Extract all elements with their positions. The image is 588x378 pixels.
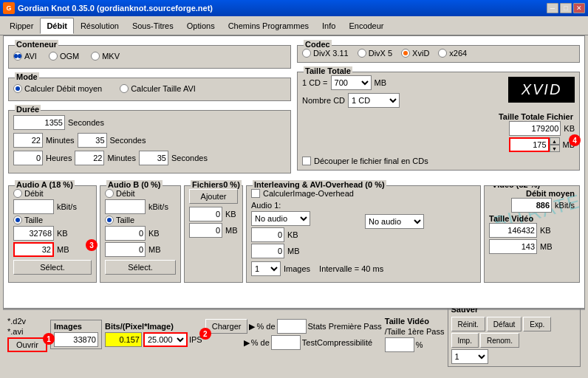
maximize-button[interactable]: □ xyxy=(560,3,572,13)
audio-b-taille-circle xyxy=(105,216,114,224)
nombre-cd-label: Nombre CD xyxy=(302,96,345,105)
tab-debit[interactable]: Débit xyxy=(40,18,74,34)
cd-size-select[interactable]: 700650800 xyxy=(331,75,372,90)
radio-audio-b-taille[interactable]: Taille xyxy=(105,216,134,224)
decouper-checkbox[interactable]: Découper le fichier final en CDs xyxy=(302,157,575,165)
seconds1-label: Secondes xyxy=(110,136,146,145)
exp-button[interactable]: Exp. xyxy=(523,317,551,331)
bpp-label: Bits/(Pixel*Image) xyxy=(105,322,202,331)
radio-divx5-circle xyxy=(358,49,366,58)
radio-x264-circle xyxy=(438,49,447,58)
radio-mkv[interactable]: MKV xyxy=(91,52,120,61)
duree-minutes-row: Minutes Secondes xyxy=(13,133,286,148)
conteneur-group: Conteneur AVI OGM MKV xyxy=(8,45,291,69)
tab-resolution[interactable]: Résolution xyxy=(74,18,126,34)
audio-a-kb-input[interactable] xyxy=(13,226,54,241)
audio1-select[interactable]: No audio xyxy=(251,211,310,226)
seconds2-input[interactable] xyxy=(139,151,168,165)
ext2-label: *.avi xyxy=(7,327,23,336)
audio-a-debit-input[interactable] xyxy=(13,199,54,214)
seconds1-input[interactable] xyxy=(78,133,107,148)
minimize-button[interactable]: ─ xyxy=(547,3,558,13)
radio-ogm[interactable]: OGM xyxy=(49,52,79,61)
interleaving-label: Interleaving & AVI-Overhead (0 %) xyxy=(253,180,386,189)
tab-options[interactable]: Options xyxy=(180,18,222,34)
conteneur-radio-group: AVI OGM MKV xyxy=(13,49,286,63)
mode-label: Mode xyxy=(15,72,39,81)
codec-group: Codec DivX 3.11 DivX 5 XviD xyxy=(297,45,580,63)
bpp-input[interactable] xyxy=(105,332,142,347)
taille-mb-spinner: ▲ ▼ xyxy=(509,137,560,152)
tab-ripper[interactable]: Ripper xyxy=(3,18,40,34)
mode-group: Mode Calculer Débit moyen Calculer Taill… xyxy=(8,78,291,101)
radio-divx5[interactable]: DivX 5 xyxy=(358,49,392,58)
minutes2-input[interactable] xyxy=(75,151,104,165)
video-kb-input[interactable] xyxy=(489,223,537,238)
audio1-mb-input[interactable] xyxy=(251,244,284,258)
audio-b-kb-input[interactable] xyxy=(105,226,146,241)
radio-calculer-taille[interactable]: Calculer Taille AVI xyxy=(120,84,196,93)
taille-mb-input[interactable] xyxy=(509,137,550,152)
video-debit-input[interactable] xyxy=(511,198,552,213)
hours-input[interactable] xyxy=(13,151,43,165)
radio-avi[interactable]: AVI xyxy=(13,52,37,61)
pct2-input[interactable] xyxy=(271,335,301,350)
seconds2-label: Secondes xyxy=(171,154,208,162)
audio-b-mb-input[interactable] xyxy=(105,242,146,257)
radio-audio-b-debit[interactable]: Débit xyxy=(105,189,135,198)
radio-x264[interactable]: x264 xyxy=(438,49,467,58)
radio-audio-a-debit[interactable]: Débit xyxy=(13,189,44,198)
audio-a-select-button[interactable]: Sélect. xyxy=(13,260,92,275)
tab-info[interactable]: Info xyxy=(315,18,342,34)
taille-mb-up[interactable]: ▲ xyxy=(550,137,560,145)
radio-calculer-debit[interactable]: Calculer Débit moyen xyxy=(13,84,102,93)
pct3-input[interactable] xyxy=(385,337,414,352)
audio-b-debit-input[interactable] xyxy=(105,199,146,214)
cd-size-row: 1 CD = 700650800 MB xyxy=(302,75,502,90)
taille-mb-down[interactable]: ▼ xyxy=(550,145,560,152)
seconds-input[interactable] xyxy=(13,115,65,130)
duree-group: Durée Secondes Minutes Secondes xyxy=(8,110,291,173)
pct1-label: % de xyxy=(256,322,275,331)
defaut-button[interactable]: Défaut xyxy=(487,317,522,331)
conteneur-label: Conteneur xyxy=(15,40,58,49)
tab-encodeur[interactable]: Encodeur xyxy=(342,18,390,34)
cd-eq-label: 1 CD = xyxy=(302,78,328,87)
pct1-input[interactable] xyxy=(277,319,307,334)
sauver-dropdown[interactable]: 1 xyxy=(451,349,488,364)
imp-button[interactable]: Imp. xyxy=(451,333,479,348)
audio-b-label: Audio B (0 %) xyxy=(106,180,163,189)
minutes1-input[interactable] xyxy=(13,133,43,148)
audio-b-select-button[interactable]: Sélect. xyxy=(105,260,176,275)
radio-xvid[interactable]: XviD xyxy=(401,49,429,58)
tab-chemins[interactable]: Chemins Programmes xyxy=(222,18,315,34)
audio1-kb-input[interactable] xyxy=(251,227,284,242)
close-button[interactable]: ✕ xyxy=(573,3,585,13)
interleaving-group: Interleaving & AVI-Overhead (0 %) Calcul… xyxy=(246,185,481,283)
nombre-cd-select[interactable]: 1 CD2 CD xyxy=(348,93,400,108)
tab-sous-titres[interactable]: Sous-Titres xyxy=(126,18,180,34)
cd-unit-label: MB xyxy=(375,78,387,87)
images-count-input[interactable] xyxy=(54,332,98,347)
ips-select[interactable]: 25.000 23.976 24.000 29.970 xyxy=(143,332,188,347)
calcul-overhead-checkbox[interactable]: CalculerImage-Overhead xyxy=(251,189,476,198)
radio-divx311[interactable]: DivX 3.11 xyxy=(302,49,349,58)
audio-a-debit-circle xyxy=(13,189,22,198)
fichiers-kb-input[interactable] xyxy=(189,207,222,221)
ouvrir-button[interactable]: Ouvrir xyxy=(7,337,47,352)
radio-audio-a-taille[interactable]: Taille xyxy=(13,216,43,224)
charger-button[interactable]: Charger xyxy=(205,319,248,334)
video-mb-input[interactable] xyxy=(489,239,537,254)
renom-button[interactable]: Renom. xyxy=(480,333,519,348)
taille-kb-input[interactable] xyxy=(509,121,561,136)
reinit-button[interactable]: Réinit. xyxy=(451,317,485,331)
audio-a-mb-input[interactable] xyxy=(13,242,54,257)
nombre-cd-row: Nombre CD 1 CD2 CD xyxy=(302,93,502,108)
ajouter-button[interactable]: Ajouter xyxy=(189,189,238,204)
pct2-label: % de xyxy=(251,338,270,347)
fichiers-mb-input[interactable] xyxy=(189,223,222,238)
audio-b-group: Audio B (0 %) Débit kBit/s Taille xyxy=(100,185,181,283)
audio2-select[interactable]: No audio xyxy=(365,214,424,229)
images-select[interactable]: 1 xyxy=(251,261,281,276)
fichiers-group: Fichiers0 %) Ajouter KB MB xyxy=(184,185,243,283)
